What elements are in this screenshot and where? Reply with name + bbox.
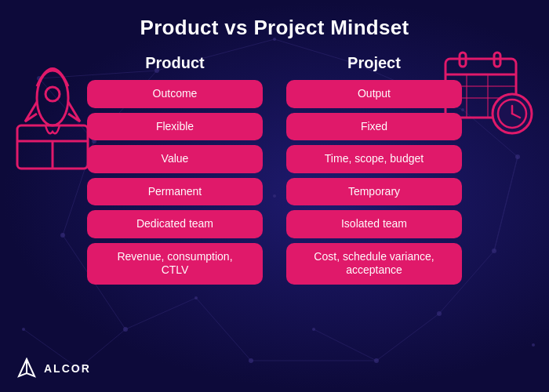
product-item-6: Revenue, consumption,CTLV	[87, 243, 263, 285]
project-column: Project Output Fixed Time, scope, budget…	[286, 54, 462, 285]
project-item-6: Cost, schedule variance,acceptance	[286, 243, 462, 285]
product-item-1: Outcome	[87, 80, 263, 108]
project-item-3: Time, scope, budget	[286, 145, 462, 173]
project-item-5: Isolated team	[286, 210, 462, 238]
product-column: Product Outcome Flexible Value Permanent…	[87, 54, 263, 285]
project-item-4: Temporary	[286, 178, 462, 206]
comparison-columns: Product Outcome Flexible Value Permanent…	[24, 54, 525, 285]
product-item-5: Dedicated team	[87, 210, 263, 238]
product-item-3: Value	[87, 145, 263, 173]
product-item-4: Permanent	[87, 178, 263, 206]
page-title: Product vs Project Mindset	[140, 16, 409, 40]
project-item-1: Output	[286, 80, 462, 108]
project-item-2: Fixed	[286, 113, 462, 141]
main-content: Product vs Project Mindset Product Outco…	[0, 0, 549, 392]
product-header: Product	[145, 54, 205, 72]
project-header: Project	[347, 54, 401, 72]
product-item-2: Flexible	[87, 113, 263, 141]
